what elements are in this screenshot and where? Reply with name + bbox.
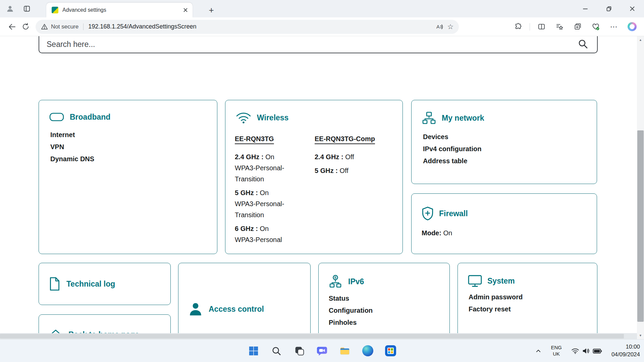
wifi-band: 2.4 GHz : On WPA3-Personal-Transition	[235, 152, 315, 185]
volume-icon	[582, 347, 590, 355]
monitor-icon	[468, 275, 482, 287]
system-tray-icons[interactable]	[569, 345, 605, 357]
active-tab[interactable]: Advanced settings	[46, 3, 193, 17]
favorites-star-icon	[556, 23, 564, 31]
close-window-button[interactable]	[621, 0, 644, 17]
link-ipv4-configuration[interactable]: IPv4 configuration	[423, 145, 481, 153]
link-status[interactable]: Status	[329, 295, 349, 302]
horizontal-scrollbar-thumb[interactable]	[0, 334, 624, 339]
ssid-name: EE-RQN3TG-Comp	[315, 135, 375, 143]
split-screen-button[interactable]	[535, 20, 548, 34]
wireless-card: Wireless EE-RQN3TG 2.4 GHz : On WPA3-Per…	[225, 100, 403, 254]
card-title: My network	[442, 114, 484, 123]
network-nodes-icon	[422, 112, 436, 124]
wifi-icon	[571, 348, 579, 354]
horizontal-scrollbar[interactable]	[0, 333, 637, 339]
wifi-band: 6 GHz : On WPA3-Personal	[235, 223, 315, 245]
windows-taskbar: ENG UK	[0, 339, 644, 362]
copilot-button[interactable]	[625, 20, 639, 34]
technical-log-card[interactable]: Technical log	[39, 263, 171, 305]
collections-button[interactable]	[571, 20, 584, 34]
close-icon	[630, 6, 635, 11]
search-icon	[271, 346, 281, 356]
taskbar-clock[interactable]: 10:00 04/09/2024	[611, 343, 640, 359]
windows-logo-icon	[248, 346, 259, 356]
puzzle-icon	[515, 23, 522, 31]
task-view-button[interactable]	[292, 344, 306, 358]
settings-menu-button[interactable]: ⋯	[607, 20, 621, 34]
microsoft-store-button[interactable]	[383, 344, 397, 358]
person-icon	[189, 302, 203, 316]
ipv6-card-header[interactable]: 6 IPv6	[319, 263, 449, 289]
link-pinholes[interactable]: Pinholes	[329, 319, 357, 326]
browser-essentials-button[interactable]	[589, 20, 602, 34]
collections-icon	[574, 23, 582, 31]
favorites-button[interactable]	[553, 20, 566, 34]
back-button[interactable]	[5, 20, 19, 34]
link-address-table[interactable]: Address table	[423, 157, 467, 165]
language-indicator[interactable]: ENG UK	[551, 345, 562, 357]
system-card-header[interactable]: System	[458, 263, 597, 287]
taskbar-search-button[interactable]	[269, 344, 283, 358]
essentials-heart-icon	[592, 23, 600, 31]
ipv6-network-icon: 6	[328, 275, 343, 289]
site-favicon-icon	[52, 7, 58, 13]
chevron-up-icon	[535, 349, 541, 353]
close-icon	[183, 8, 187, 12]
card-title: Access control	[209, 305, 264, 314]
refresh-button[interactable]	[19, 20, 32, 34]
restore-button[interactable]	[597, 0, 621, 17]
start-button[interactable]	[247, 344, 261, 358]
new-tab-button[interactable]: +	[205, 4, 217, 16]
firewall-card-header[interactable]: Firewall	[412, 194, 597, 221]
edge-icon	[362, 345, 373, 356]
read-aloud-button[interactable]: A	[433, 21, 445, 33]
card-title: Technical log	[66, 280, 115, 289]
link-configuration[interactable]: Configuration	[329, 307, 373, 314]
tab-close-button[interactable]	[181, 6, 190, 14]
search-icon	[578, 39, 588, 49]
svg-text:6: 6	[334, 276, 336, 280]
link-factory-reset[interactable]: Factory reset	[469, 305, 511, 313]
link-dynamic-dns[interactable]: Dynamic DNS	[50, 155, 94, 163]
arrow-left-icon	[8, 23, 16, 31]
address-divider	[83, 23, 84, 30]
minimize-button[interactable]	[574, 0, 597, 17]
tab-actions-icon	[23, 5, 31, 12]
my-network-card: My network Devices IPv4 configuration Ad…	[411, 100, 597, 184]
profile-button[interactable]	[4, 3, 16, 15]
url-text: 192.168.1.254/AdvancedSettingsScreen	[88, 23, 196, 30]
link-vpn[interactable]: VPN	[50, 143, 64, 151]
link-admin-password[interactable]: Admin password	[469, 293, 523, 301]
wifi-band: 5 GHz : On WPA3-Personal-Transition	[235, 187, 315, 221]
address-bar[interactable]: Not secure 192.168.1.254/AdvancedSetting…	[36, 20, 459, 34]
link-devices[interactable]: Devices	[423, 133, 448, 141]
my-network-card-header[interactable]: My network	[412, 100, 597, 124]
file-explorer-button[interactable]	[338, 344, 352, 358]
chat-icon	[317, 346, 327, 356]
search-input[interactable]	[47, 40, 578, 49]
broadband-modem-icon	[49, 112, 64, 122]
chat-button[interactable]	[315, 344, 329, 358]
card-title: IPv6	[348, 277, 364, 286]
wifi-band: 5 GHz : Off	[315, 165, 375, 176]
card-title: Broadband	[70, 113, 110, 122]
link-internet[interactable]: Internet	[50, 131, 75, 139]
tab-actions-button[interactable]	[21, 3, 33, 15]
add-favorite-button[interactable]: ☆	[445, 21, 456, 33]
wireless-card-header[interactable]: Wireless	[225, 100, 402, 124]
shield-plus-icon	[422, 206, 434, 221]
star-icon: ☆	[447, 23, 454, 31]
search-button[interactable]	[578, 39, 588, 51]
broadband-card-header[interactable]: Broadband	[39, 100, 217, 122]
split-screen-icon	[538, 23, 545, 31]
scroll-down-button[interactable]: ▼	[637, 332, 644, 339]
scrollbar-thumb[interactable]	[637, 130, 644, 322]
scroll-up-button[interactable]: ▲	[637, 36, 644, 44]
screen: Advanced settings +	[0, 0, 644, 362]
vertical-scrollbar[interactable]: ▲ ▼	[637, 36, 644, 339]
extensions-button[interactable]	[512, 20, 525, 34]
tray-overflow-button[interactable]	[533, 344, 544, 358]
edge-browser-button[interactable]	[361, 344, 375, 358]
document-icon	[49, 277, 60, 291]
